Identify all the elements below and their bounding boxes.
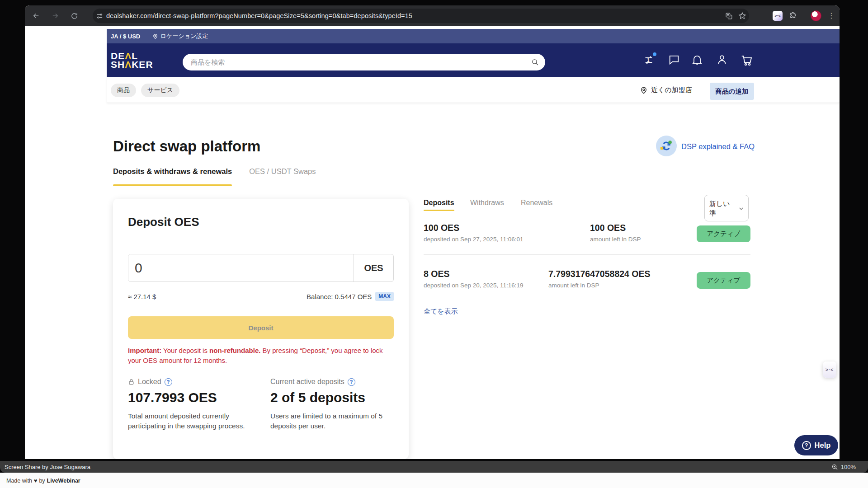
main-tabs: Deposits & withdraws & renewals OES / US… — [113, 167, 316, 183]
svg-text:1: 1 — [647, 58, 650, 63]
translate-icon[interactable] — [722, 12, 736, 20]
livewebinar-extension-icon[interactable]: >·< — [773, 11, 783, 21]
zoom-control[interactable]: 100% — [831, 464, 856, 470]
search-icon[interactable] — [531, 58, 539, 66]
url-bar[interactable]: dealshaker.com/direct-swap-platform?page… — [93, 9, 749, 23]
lock-icon — [128, 379, 135, 385]
max-button[interactable]: MAX — [375, 292, 394, 301]
active-deposits-description: Users are limited to a maximum of 5 depo… — [270, 411, 389, 431]
site-topbar: JA / $ USD ロケーション設定 — [107, 29, 840, 43]
deposit-card: Deposit OES OES ≈ 27.14 $ Balance: 0.544… — [113, 199, 409, 459]
cart-icon[interactable] — [740, 53, 754, 67]
locked-label: Locked — [138, 378, 161, 386]
tab-deposits-withdraws-renewals[interactable]: Deposits & withdraws & renewals — [113, 167, 232, 183]
site-nav-row: 商品 サービス 近くの加盟店 商品の追加 — [107, 77, 840, 103]
deposit-row-date: deposited on Sep 27, 2025, 11:06:01 — [424, 236, 523, 243]
deposit-row-date: deposited on Sep 20, 2025, 11:16:19 — [424, 282, 523, 289]
active-deposits-value: 2 of 5 deposits — [270, 390, 389, 405]
livewebinar-footer: Made with ♥ by LiveWebinar — [0, 473, 868, 488]
page-viewport: JA / $ USD ロケーション設定 DEΛL SHΛKER 1 — [25, 26, 840, 459]
locked-description: Total amount deposited currently partici… — [128, 411, 246, 431]
show-all-link[interactable]: 全てを表示 — [424, 307, 458, 316]
heart-icon: ♥ — [34, 478, 37, 484]
amount-subrow: ≈ 27.14 $ Balance: 0.5447 OES MAX — [128, 292, 394, 301]
by-text: by — [39, 478, 45, 484]
row-divider — [424, 254, 750, 255]
rp-tab-renewals[interactable]: Renewals — [521, 199, 552, 207]
deposit-row-left-label: amount left in DSP — [548, 282, 599, 289]
nearby-merchants-link[interactable]: 近くの加盟店 — [640, 86, 692, 94]
bookmark-star-icon[interactable] — [736, 12, 749, 20]
active-deposits-help-icon[interactable]: ? — [348, 378, 355, 386]
chevron-down-icon — [738, 206, 744, 211]
dsp-explained-link[interactable]: DSP explained & FAQ — [681, 142, 755, 151]
dealshaker-logo[interactable]: DEΛL SHΛKER — [111, 52, 153, 69]
status-badge: アクティブ — [697, 225, 750, 242]
reload-button[interactable] — [66, 8, 82, 23]
amount-input[interactable] — [128, 254, 354, 282]
forward-arrow-icon — [51, 12, 59, 20]
locked-stat: Locked ? 107.7993 OES Total amount depos… — [128, 378, 246, 431]
nav-chip-products[interactable]: 商品 — [111, 84, 136, 97]
balance-label: Balance: 0.5447 OES — [307, 293, 372, 300]
search-bar[interactable] — [183, 54, 545, 70]
back-button[interactable] — [28, 8, 44, 23]
locked-value: 107.7993 OES — [128, 390, 246, 405]
extensions-puzzle-icon[interactable] — [789, 12, 797, 20]
deposit-warning: Important: Your deposit is non-refundabl… — [128, 346, 394, 366]
location-pin-icon — [640, 86, 648, 94]
extension-collapse-handle[interactable]: >·< — [823, 361, 836, 378]
fiat-equivalent: ≈ 27.14 $ — [128, 293, 156, 300]
help-question-icon: ? — [802, 441, 811, 450]
account-icon[interactable] — [716, 53, 729, 67]
deposit-row-left-amount: 100 OES — [590, 223, 626, 233]
zoom-in-icon — [831, 464, 838, 470]
url-text[interactable]: dealshaker.com/direct-swap-platform?page… — [106, 12, 722, 19]
browser-toolbar: dealshaker.com/direct-swap-platform?page… — [25, 5, 840, 26]
deposit-row-amount: 100 OES — [424, 223, 459, 233]
deposit-row-left-amount: 7.799317647058824 OES — [548, 269, 651, 279]
location-pin-icon — [152, 33, 158, 39]
rp-tab-deposits[interactable]: Deposits — [424, 199, 454, 207]
tab-oes-usdt-swaps[interactable]: OES / USDT Swaps — [249, 167, 316, 183]
chat-icon[interactable] — [668, 53, 681, 67]
notification-dot — [653, 52, 656, 56]
location-settings[interactable]: ロケーション設定 — [152, 32, 208, 40]
forward-button[interactable] — [47, 8, 63, 23]
search-input[interactable] — [191, 58, 531, 66]
logo-caret-icon: Λ — [125, 59, 132, 70]
deposit-row-amount: 8 OES — [424, 269, 449, 279]
active-deposits-stat: Current active deposits ? 2 of 5 deposit… — [270, 378, 389, 431]
toolbar-separator — [804, 12, 804, 20]
site-settings-icon[interactable] — [93, 13, 106, 19]
reload-icon — [71, 12, 78, 20]
back-arrow-icon — [32, 12, 40, 20]
nav-chip-services[interactable]: サービス — [141, 84, 179, 97]
add-product-button[interactable]: 商品の追加 — [710, 83, 754, 100]
livewebinar-brand[interactable]: LiveWebinar — [47, 478, 80, 484]
locked-help-icon[interactable]: ? — [165, 378, 172, 386]
screen-share-bar: Screen Share by Jose Sugawara 100% — [0, 461, 868, 473]
rp-tab-withdraws[interactable]: Withdraws — [470, 199, 504, 207]
active-deposits-label: Current active deposits — [270, 378, 344, 386]
profile-avatar[interactable] — [811, 10, 821, 21]
dsp-icon[interactable] — [656, 136, 677, 156]
currency-unit-label: OES — [354, 254, 393, 282]
zoom-level: 100% — [841, 464, 856, 470]
deposit-button[interactable]: Deposit — [128, 316, 394, 339]
swap-count-icon[interactable]: 1 — [642, 53, 656, 67]
browser-window: dealshaker.com/direct-swap-platform?page… — [25, 5, 840, 459]
help-button[interactable]: ? Help — [794, 435, 838, 455]
locale-selector[interactable]: JA / $ USD — [111, 33, 140, 40]
notifications-bell-icon[interactable] — [691, 53, 704, 67]
status-badge: アクティブ — [697, 272, 750, 289]
amount-input-group: OES — [128, 254, 394, 282]
browser-menu-icon[interactable]: ⋮ — [828, 12, 835, 19]
deposit-row-left-label: amount left in DSP — [590, 236, 641, 243]
made-with-text: Made with — [6, 478, 32, 484]
sort-dropdown[interactable]: 新しい 準 — [704, 195, 749, 221]
page-title: Direct swap platform — [113, 138, 260, 155]
deposit-card-title: Deposit OES — [128, 215, 199, 229]
screen-share-label: Screen Share by Jose Sugawara — [5, 464, 90, 470]
